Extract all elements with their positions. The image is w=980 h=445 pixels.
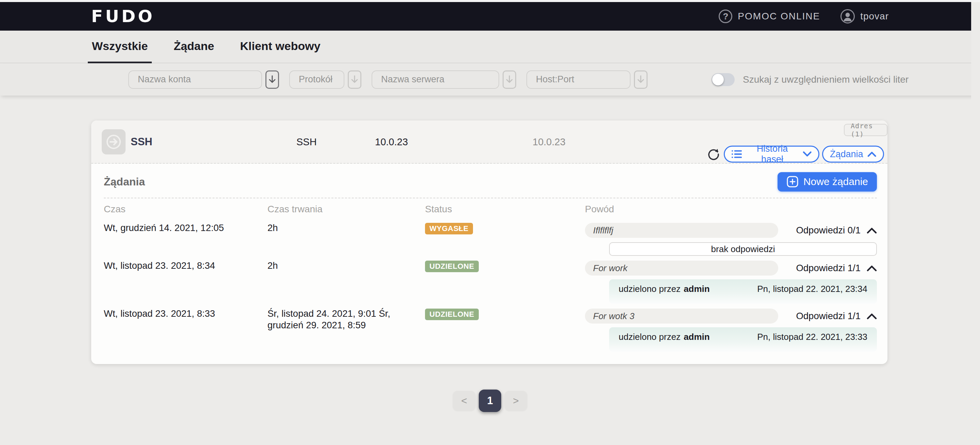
request-reason: For work: [585, 261, 778, 276]
hostport-filter-dropdown-button[interactable]: [634, 70, 648, 89]
answer-box: udzielono przezadmin Pn, listopad 22. 20…: [609, 279, 877, 304]
circle-arrow-right-icon: [106, 134, 121, 150]
requests-panel-title: Żądania: [104, 176, 145, 188]
arrow-down-icon: [505, 75, 514, 84]
collapse-answers-button[interactable]: [867, 312, 877, 320]
no-answer-box: brak odpowiedzi: [609, 242, 877, 256]
case-sensitive-toggle[interactable]: [711, 73, 735, 86]
tab-bar: Wszystkie Żądane Klient webowy: [0, 31, 980, 63]
request-row: Wt, listopad 23. 2021, 8:33 Śr, listopad…: [104, 308, 877, 352]
fudo-app: FUDO ? POMOC ONLINE tpovar Wszystkie Żąd…: [0, 0, 980, 445]
request-reason: Iflflflfj: [585, 223, 778, 238]
request-time: Wt, listopad 23. 2021, 8:34: [104, 260, 267, 272]
answers-count-label: Odpowiedzi 0/1: [796, 225, 861, 236]
column-header-czas: Czas: [104, 204, 267, 215]
new-request-button[interactable]: Nowe żądanie: [778, 172, 877, 192]
answer-user: admin: [684, 332, 710, 342]
chevron-up-icon: [867, 264, 877, 272]
request-time: Wt, listopad 23. 2021, 8:33: [104, 308, 267, 319]
pagination-page-1-button[interactable]: 1: [479, 389, 501, 412]
arrow-down-icon: [350, 75, 359, 84]
server-name-filter-input[interactable]: [372, 70, 499, 89]
connection-protocol-icon: [102, 129, 126, 154]
connection-protocol: SSH: [296, 136, 317, 147]
collapse-answers-button[interactable]: [867, 227, 877, 234]
username-label: tpovar: [860, 11, 889, 22]
address-count-badge: Adres (1): [844, 124, 888, 136]
answers-count-label: Odpowiedzi 1/1: [796, 311, 861, 321]
connection-address: 10.0.23: [375, 136, 408, 147]
connection-name: SSH: [130, 136, 153, 148]
chevron-up-icon: [867, 151, 876, 157]
account-filter-dropdown-button[interactable]: [266, 70, 279, 89]
request-reason-column: Iflflflfj Odpowiedzi 0/1: [585, 222, 877, 256]
column-header-status: Status: [425, 204, 585, 215]
toggle-knob: [712, 74, 724, 86]
request-reason: For wotk 3: [585, 308, 778, 324]
protocol-filter-dropdown-button[interactable]: [348, 70, 361, 89]
request-duration: 2h: [267, 260, 425, 272]
topbar: FUDO ? POMOC ONLINE tpovar: [0, 2, 980, 31]
pagination-next-button[interactable]: >: [504, 391, 527, 411]
refresh-button[interactable]: [706, 146, 721, 162]
answer-prefix: udzielono przez: [619, 332, 681, 342]
tab-wszystkie[interactable]: Wszystkie: [88, 31, 152, 63]
request-reason-column: For work Odpowiedzi 1/1: [585, 260, 877, 304]
connection-row: SSH SSH 10.0.23 10.0.23 Adres (1): [91, 121, 888, 164]
answer-text: udzielono przezadmin: [619, 284, 710, 304]
status-badge: UDZIELONE: [425, 308, 479, 320]
protocol-filter-input[interactable]: [289, 70, 344, 89]
main-content: SSH SSH 10.0.23 10.0.23 Adres (1): [0, 95, 980, 412]
requests-rows: Wt, grudzień 14. 2021, 12:05 2h WYGASŁE …: [104, 222, 877, 352]
filter-bar: Szukaj z uwzględnieniem wielkości liter: [0, 63, 980, 95]
case-sensitive-toggle-group: Szukaj z uwzględnieniem wielkości liter: [711, 73, 908, 86]
answer-box: udzielono przezadmin Pn, listopad 22. 20…: [609, 327, 877, 352]
password-history-button[interactable]: Historia haseł: [724, 146, 819, 163]
question-circle-icon: ?: [719, 10, 732, 23]
request-row: Wt, grudzień 14. 2021, 12:05 2h WYGASŁE …: [104, 222, 877, 256]
tab-klient-webowy[interactable]: Klient webowy: [236, 31, 324, 63]
divider: [104, 198, 877, 198]
help-online-link[interactable]: ? POMOC ONLINE: [719, 10, 820, 23]
server-filter-dropdown-button[interactable]: [503, 70, 516, 89]
plus-square-icon: [786, 176, 799, 188]
answer-prefix: udzielono przez: [619, 284, 681, 294]
request-duration: 2h: [267, 222, 425, 234]
status-badge: WYGASŁE: [425, 223, 473, 234]
request-duration: Śr, listopad 24. 2021, 9:01 Śr, grudzień…: [267, 308, 425, 331]
status-badge: UDZIELONE: [425, 261, 479, 272]
user-menu[interactable]: tpovar: [840, 9, 889, 24]
requests-toggle-button[interactable]: Żądania: [822, 146, 884, 163]
column-header-czas-trwania: Czas trwania: [267, 204, 425, 215]
scrollbar-track[interactable]: [971, 2, 980, 445]
requests-table-header: Czas Czas trwania Status Powód: [104, 204, 877, 215]
password-history-label: Historia haseł: [746, 143, 798, 165]
column-header-powod: Powód: [585, 204, 877, 215]
request-row: Wt, listopad 23. 2021, 8:34 2h UDZIELONE…: [104, 260, 877, 304]
answer-date: Pn, listopad 22. 2021, 23:34: [757, 284, 867, 304]
answer-date: Pn, listopad 22. 2021, 23:33: [757, 332, 867, 352]
requests-button-label: Żądania: [830, 149, 863, 160]
connection-server-address: 10.0.23: [533, 136, 566, 147]
answers-count-label: Odpowiedzi 1/1: [796, 263, 861, 273]
connection-card: SSH SSH 10.0.23 10.0.23 Adres (1): [91, 121, 888, 364]
account-name-filter-input[interactable]: [128, 70, 262, 89]
chevron-up-icon: [867, 227, 877, 234]
requests-panel: Żądania Nowe żądanie Czas Czas trwania S…: [91, 172, 888, 364]
tab-zadane[interactable]: Żądane: [169, 31, 218, 63]
user-avatar-icon: [840, 9, 855, 24]
arrow-down-icon: [637, 75, 645, 84]
pagination-prev-button[interactable]: <: [453, 391, 476, 411]
refresh-icon: [706, 147, 721, 162]
fudo-logo: FUDO: [91, 6, 155, 26]
case-sensitive-label: Szukaj z uwzględnieniem wielkości liter: [743, 74, 908, 85]
host-port-filter-input[interactable]: [527, 70, 630, 89]
answer-text: udzielono przezadmin: [619, 332, 710, 352]
pagination: < 1 >: [0, 389, 980, 412]
help-online-label: POMOC ONLINE: [738, 11, 820, 22]
chevron-down-icon: [803, 151, 811, 157]
collapse-answers-button[interactable]: [867, 264, 877, 272]
request-time: Wt, grudzień 14. 2021, 12:05: [104, 222, 267, 234]
requests-panel-header: Żądania Nowe żądanie: [104, 172, 877, 192]
request-reason-column: For wotk 3 Odpowiedzi 1/1: [585, 308, 877, 352]
